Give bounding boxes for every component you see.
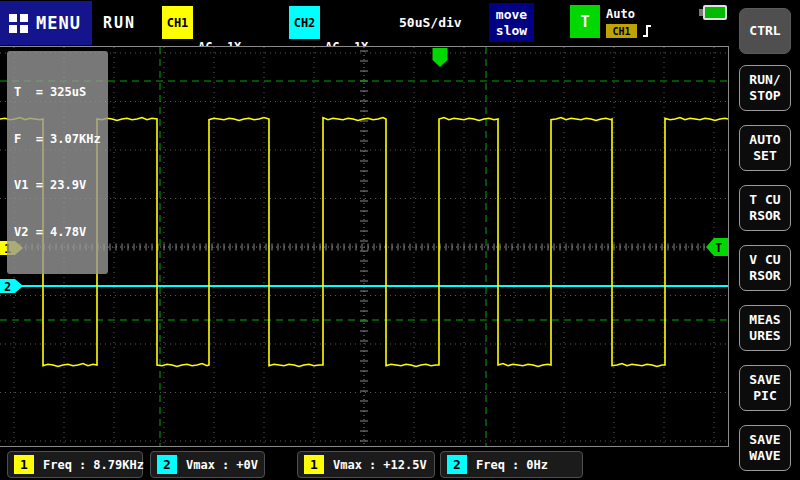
waveform-display-area[interactable]: 12T T = 325uS F = 3.07KHz V1 = 23.9V V2 …: [0, 46, 729, 447]
measurement-value: 0Hz: [526, 458, 548, 472]
oscilloscope-screen: MENU RUN CH1 AC 1X 5V/div CH2 AC 1X 1V/d…: [0, 0, 800, 480]
sidebar-button-save-pic[interactable]: SAVE PIC: [739, 365, 791, 411]
sidebar-button-run-stop[interactable]: RUN/ STOP: [739, 65, 791, 111]
measurement-label: Vmax :: [186, 458, 229, 472]
sidebar-button-save-wave[interactable]: SAVE WAVE: [739, 425, 791, 471]
measure-line-v2: V2 = 4.78V: [14, 225, 101, 241]
sidebar-button-t-cursor[interactable]: T CU RSOR: [739, 185, 791, 231]
measurement-item-1: 2Vmax :+0V: [150, 451, 265, 478]
measurement-value: +12.5V: [383, 458, 426, 472]
sidebar-menu: CTRLRUN/ STOPAUTO SETT CU RSORV CU RSORM…: [730, 0, 800, 480]
measure-line-t: T = 325uS: [14, 85, 101, 101]
ch2-position-marker-label: 2: [4, 280, 11, 294]
channel-badge: 2: [157, 455, 177, 474]
trigger-level-label: T: [715, 241, 722, 255]
top-bar: MENU RUN CH1 AC 1X 5V/div CH2 AC 1X 1V/d…: [0, 0, 730, 46]
measurement-bar: 1Freq :8.79KHz2Vmax :+0V1Vmax :+12.5V2Fr…: [0, 447, 730, 480]
ch1-trace: [0, 118, 728, 367]
trigger-mode-label[interactable]: Auto: [606, 7, 635, 21]
battery-icon: [703, 5, 727, 20]
cursor-measurement-overlay: T = 325uS F = 3.07KHz V1 = 23.9V V2 = 4.…: [7, 51, 108, 274]
trigger-position-marker[interactable]: [433, 48, 448, 67]
channel-badge: 2: [447, 455, 467, 474]
measurement-item-2: 1Vmax :+12.5V: [297, 451, 435, 478]
measurement-item-0: 1Freq :8.79KHz: [7, 451, 143, 478]
sidebar-button-measures[interactable]: MEAS URES: [739, 305, 791, 351]
measurement-value: 8.79KHz: [93, 458, 144, 472]
measure-line-f: F = 3.07KHz: [14, 132, 101, 148]
scope-canvas[interactable]: 12T: [0, 47, 728, 446]
channel-badge: 1: [14, 455, 34, 474]
move-mode-button[interactable]: move slow: [489, 3, 534, 42]
menu-button[interactable]: MENU: [0, 1, 92, 45]
sidebar-button-ctrl[interactable]: CTRL: [739, 8, 791, 54]
menu-grid-icon: [9, 14, 28, 33]
measurement-label: Freq :: [476, 458, 519, 472]
time-per-div-label[interactable]: 50uS/div: [399, 15, 462, 30]
trigger-button[interactable]: T: [570, 5, 600, 38]
channel-badge: 1: [304, 455, 324, 474]
ch1-badge[interactable]: CH1: [162, 6, 193, 39]
trigger-rising-edge-icon[interactable]: [642, 23, 652, 43]
sidebar-button-auto-set[interactable]: AUTO SET: [739, 125, 791, 171]
ch2-badge[interactable]: CH2: [289, 6, 320, 39]
measurement-item-3: 2Freq :0Hz: [440, 451, 583, 478]
measurement-value: +0V: [236, 458, 258, 472]
measure-line-v1: V1 = 23.9V: [14, 178, 101, 194]
measurement-label: Freq :: [43, 458, 86, 472]
acquisition-status: RUN: [103, 14, 136, 32]
trigger-source-badge[interactable]: CH1: [606, 24, 637, 38]
menu-label: MENU: [36, 13, 81, 33]
sidebar-button-v-cursor[interactable]: V CU RSOR: [739, 245, 791, 291]
measurement-label: Vmax :: [333, 458, 376, 472]
